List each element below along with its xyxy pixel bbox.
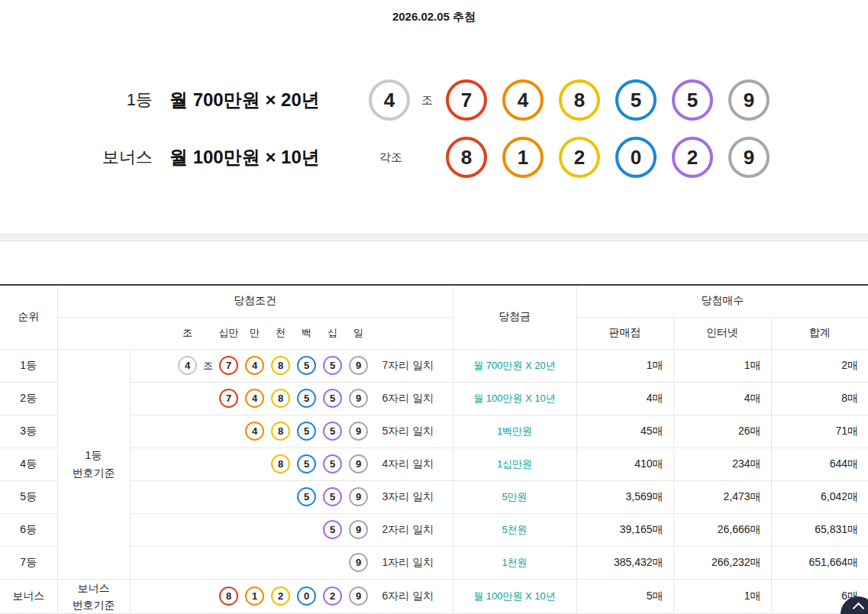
number-ball: 5 <box>297 487 316 506</box>
number-ball: 5 <box>323 389 342 408</box>
digit-ball-slot: 8 <box>268 422 294 441</box>
internet-count-cell: 4매 <box>673 382 771 415</box>
number-ball: 7 <box>219 356 238 375</box>
number-ball: 5 <box>615 79 657 121</box>
condition-cell: 5593자리 일치 <box>130 480 453 513</box>
rank-cell: 1등 <box>0 349 57 382</box>
number-ball: 1 <box>502 137 544 178</box>
digit-ball-slot: 9 <box>346 422 372 441</box>
match-count-label: 1자리 일치 <box>372 556 445 570</box>
number-ball: 8 <box>271 454 290 473</box>
store-count-cell: 385,432매 <box>576 546 673 579</box>
digit-ball-slot: 5 <box>320 454 346 473</box>
digit-ball-slot: 0 <box>294 587 320 606</box>
condition-cell: 8120296자리 일치 <box>130 579 453 614</box>
number-ball: 5 <box>323 422 342 441</box>
total-count-cell: 644매 <box>771 448 868 480</box>
number-ball: 7 <box>446 79 487 121</box>
winning-numbers: 1등 월 700만원 × 20년 4 조 748559 보너스 월 100만원 … <box>0 79 868 178</box>
digit-ball-slot: 9 <box>346 520 372 539</box>
number-ball: 7 <box>219 389 238 408</box>
header-prize: 당첨금 <box>453 285 576 349</box>
header-store: 판매점 <box>576 317 673 349</box>
prize-amount-cell: 5만원 <box>453 480 576 513</box>
table-row: 보너스보너스번호기준8120296자리 일치월 100만원 X 10년5매1매6… <box>0 579 868 614</box>
draw-date: 2026.02.05 추첨 <box>0 0 868 24</box>
match-count-label: 6자리 일치 <box>372 590 445 603</box>
bonus-prize-label: 월 100만원 × 10년 <box>169 145 351 170</box>
number-ball: 8 <box>446 137 487 178</box>
number-ball: 8 <box>559 79 600 121</box>
criteria-group-cell: 보너스번호기준 <box>57 579 130 614</box>
header-digit-labels: 조 십만 만 천 백 십 일 <box>57 317 453 349</box>
total-count-cell: 6,042매 <box>771 480 868 513</box>
prize-amount-cell: 월 100만원 X 10년 <box>453 579 576 614</box>
number-ball: 2 <box>323 587 342 606</box>
digit-ball-slot: 2 <box>268 587 294 606</box>
internet-count-cell: 26,666매 <box>673 513 771 546</box>
number-ball: 1 <box>245 587 264 606</box>
number-ball: 9 <box>349 553 368 572</box>
store-count-cell: 4매 <box>576 382 673 415</box>
number-ball: 4 <box>178 356 197 375</box>
number-ball: 8 <box>219 587 238 606</box>
condition-cell: 592자리 일치 <box>130 513 453 546</box>
number-ball: 2 <box>559 137 600 178</box>
match-count-label: 2자리 일치 <box>372 523 445 537</box>
number-ball: 4 <box>245 356 264 375</box>
criteria-group-cell: 1등번호기준 <box>57 349 130 579</box>
bonus-rank-label: 보너스 <box>0 146 153 169</box>
internet-count-cell: 2,473매 <box>673 480 771 513</box>
table-row: 7등91자리 일치1천원385,432매266,232매651,664매 <box>0 546 868 579</box>
rank-cell: 6등 <box>0 513 57 546</box>
number-ball: 2 <box>672 137 713 178</box>
table-row: 3등485595자리 일치1백만원45매26매71매 <box>0 415 868 448</box>
number-ball: 5 <box>323 520 342 539</box>
chevron-up-icon <box>852 603 864 614</box>
criteria-group-line2: 번호기준 <box>58 596 130 613</box>
match-count-label: 4자리 일치 <box>372 457 445 471</box>
digit-ball-slot: 9 <box>346 487 372 506</box>
digit-label-10: 십 <box>320 326 346 340</box>
digit-ball-slot: 8 <box>268 356 294 375</box>
digit-ball-slot: 4 <box>242 422 268 441</box>
number-ball: 5 <box>297 422 316 441</box>
number-ball: 4 <box>502 79 544 121</box>
table-row: 4등85594자리 일치1십만원410매234매644매 <box>0 448 868 480</box>
prize-table: 순위 당첨조건 당첨금 당첨매수 조 십만 만 천 백 십 일 <box>0 284 868 614</box>
number-ball: 5 <box>297 454 316 473</box>
number-ball: 2 <box>271 587 290 606</box>
total-count-cell: 651,664매 <box>771 546 868 579</box>
digit-ball-slot: 5 <box>294 454 320 473</box>
rank-cell: 5등 <box>0 480 57 513</box>
prize-amount-cell: 1백만원 <box>453 415 576 448</box>
digit-label-10k: 만 <box>242 326 268 340</box>
digit-label-1k: 천 <box>268 326 294 340</box>
condition-cell: 485595자리 일치 <box>130 415 453 448</box>
first-prize-row: 1등 월 700만원 × 20년 4 조 748559 <box>0 79 868 121</box>
digit-ball-slot: 7 <box>216 356 242 375</box>
group-number-area: 4 조 <box>369 79 436 121</box>
number-ball: 9 <box>349 520 368 539</box>
number-ball: 8 <box>271 422 290 441</box>
bonus-prize-row: 보너스 월 100만원 × 10년 각조 812029 <box>0 137 868 178</box>
digit-ball-slot: 5 <box>294 389 320 408</box>
first-rank-label: 1등 <box>0 89 153 111</box>
internet-count-cell: 1매 <box>673 579 771 614</box>
number-ball: 9 <box>349 389 368 408</box>
number-ball: 8 <box>271 356 290 375</box>
digit-ball-slot: 5 <box>320 422 346 441</box>
internet-count-cell: 1매 <box>673 349 771 382</box>
header-winners: 당첨매수 <box>576 285 868 317</box>
store-count-cell: 45매 <box>576 415 673 448</box>
header-rank: 순위 <box>0 285 57 349</box>
criteria-group-line1: 보너스 <box>58 580 130 596</box>
prize-amount-cell: 1천원 <box>453 546 576 579</box>
criteria-group-line1: 1등 <box>58 447 130 464</box>
prize-amount-cell: 1십만원 <box>453 448 576 480</box>
table-row: 2등7485596자리 일치월 100만원 X 10년4매4매8매 <box>0 382 868 415</box>
digit-ball-slot: 5 <box>294 487 320 506</box>
digit-ball-slot: 9 <box>346 553 372 572</box>
number-ball: 5 <box>323 487 342 506</box>
number-ball: 9 <box>728 137 770 178</box>
